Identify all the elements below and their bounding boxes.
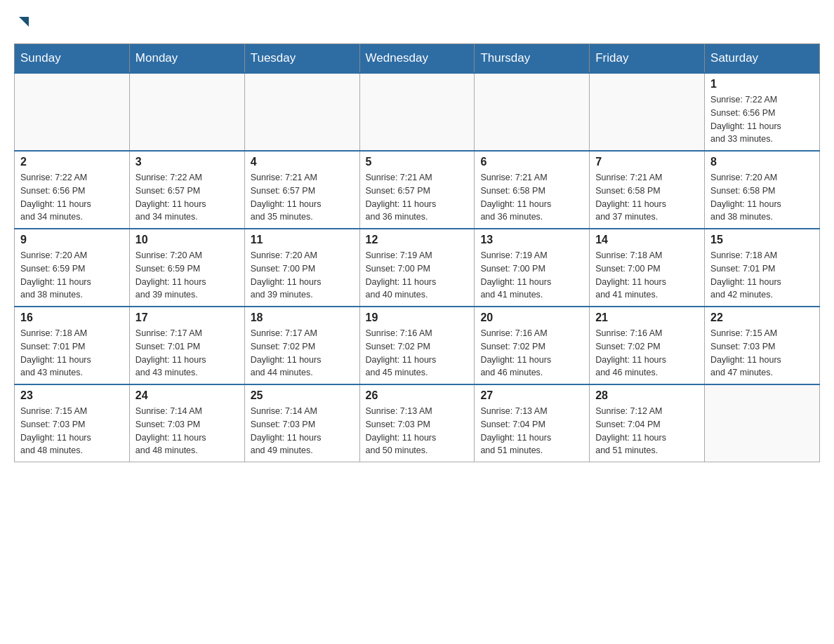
page-header (14, 14, 820, 32)
calendar-cell: 20Sunrise: 7:16 AM Sunset: 7:02 PM Dayli… (475, 307, 590, 384)
day-info: Sunrise: 7:21 AM Sunset: 6:57 PM Dayligh… (251, 171, 354, 224)
day-info: Sunrise: 7:22 AM Sunset: 6:56 PM Dayligh… (710, 93, 814, 146)
calendar-cell: 17Sunrise: 7:17 AM Sunset: 7:01 PM Dayli… (129, 307, 244, 384)
day-info: Sunrise: 7:18 AM Sunset: 7:01 PM Dayligh… (710, 249, 814, 302)
calendar-cell: 11Sunrise: 7:20 AM Sunset: 7:00 PM Dayli… (244, 229, 359, 307)
calendar-cell: 1Sunrise: 7:22 AM Sunset: 6:56 PM Daylig… (705, 73, 820, 151)
day-info: Sunrise: 7:20 AM Sunset: 6:59 PM Dayligh… (20, 249, 124, 302)
day-info: Sunrise: 7:14 AM Sunset: 7:03 PM Dayligh… (251, 405, 354, 457)
calendar-cell: 6Sunrise: 7:21 AM Sunset: 6:58 PM Daylig… (475, 151, 590, 229)
day-number: 2 (20, 156, 124, 168)
col-header-wednesday: Wednesday (359, 44, 475, 74)
calendar-cell: 27Sunrise: 7:13 AM Sunset: 7:04 PM Dayli… (475, 384, 590, 462)
day-info: Sunrise: 7:20 AM Sunset: 6:59 PM Dayligh… (135, 249, 239, 302)
calendar-header-row: SundayMondayTuesdayWednesdayThursdayFrid… (15, 44, 820, 74)
calendar-week-row: 2Sunrise: 7:22 AM Sunset: 6:56 PM Daylig… (15, 151, 820, 229)
calendar-cell (475, 73, 590, 151)
col-header-thursday: Thursday (475, 44, 590, 74)
day-number: 10 (135, 234, 239, 246)
calendar-cell (590, 73, 705, 151)
calendar-cell: 22Sunrise: 7:15 AM Sunset: 7:03 PM Dayli… (705, 307, 820, 384)
day-info: Sunrise: 7:21 AM Sunset: 6:58 PM Dayligh… (595, 171, 699, 224)
calendar-cell: 19Sunrise: 7:16 AM Sunset: 7:02 PM Dayli… (359, 307, 475, 384)
day-number: 6 (480, 156, 583, 168)
calendar-cell (705, 384, 820, 462)
day-info: Sunrise: 7:19 AM Sunset: 7:00 PM Dayligh… (366, 249, 469, 302)
day-info: Sunrise: 7:12 AM Sunset: 7:04 PM Dayligh… (595, 405, 699, 457)
calendar-cell: 2Sunrise: 7:22 AM Sunset: 6:56 PM Daylig… (15, 151, 130, 229)
calendar-cell: 16Sunrise: 7:18 AM Sunset: 7:01 PM Dayli… (15, 307, 130, 384)
calendar-cell: 21Sunrise: 7:16 AM Sunset: 7:02 PM Dayli… (590, 307, 705, 384)
calendar-week-row: 23Sunrise: 7:15 AM Sunset: 7:03 PM Dayli… (15, 384, 820, 462)
day-number: 14 (595, 234, 699, 246)
day-info: Sunrise: 7:14 AM Sunset: 7:03 PM Dayligh… (135, 405, 239, 457)
calendar-cell (15, 73, 130, 151)
col-header-saturday: Saturday (705, 44, 820, 74)
day-info: Sunrise: 7:19 AM Sunset: 7:00 PM Dayligh… (480, 249, 583, 302)
day-number: 11 (251, 234, 354, 246)
calendar-cell: 25Sunrise: 7:14 AM Sunset: 7:03 PM Dayli… (244, 384, 359, 462)
day-number: 13 (480, 234, 583, 246)
calendar-cell: 7Sunrise: 7:21 AM Sunset: 6:58 PM Daylig… (590, 151, 705, 229)
calendar-cell: 12Sunrise: 7:19 AM Sunset: 7:00 PM Dayli… (359, 229, 475, 307)
day-info: Sunrise: 7:16 AM Sunset: 7:02 PM Dayligh… (480, 327, 583, 380)
calendar-cell: 4Sunrise: 7:21 AM Sunset: 6:57 PM Daylig… (244, 151, 359, 229)
day-info: Sunrise: 7:21 AM Sunset: 6:58 PM Dayligh… (480, 171, 583, 224)
day-number: 28 (595, 389, 699, 402)
calendar-cell: 23Sunrise: 7:15 AM Sunset: 7:03 PM Dayli… (15, 384, 130, 462)
calendar-cell: 3Sunrise: 7:22 AM Sunset: 6:57 PM Daylig… (129, 151, 244, 229)
day-number: 20 (480, 311, 583, 324)
day-info: Sunrise: 7:18 AM Sunset: 7:01 PM Dayligh… (20, 327, 124, 380)
calendar-cell: 14Sunrise: 7:18 AM Sunset: 7:00 PM Dayli… (590, 229, 705, 307)
day-number: 23 (20, 389, 124, 402)
calendar-cell (244, 73, 359, 151)
day-number: 4 (251, 156, 354, 168)
day-number: 12 (366, 234, 469, 246)
day-info: Sunrise: 7:20 AM Sunset: 7:00 PM Dayligh… (251, 249, 354, 302)
calendar-cell: 5Sunrise: 7:21 AM Sunset: 6:57 PM Daylig… (359, 151, 475, 229)
day-info: Sunrise: 7:15 AM Sunset: 7:03 PM Dayligh… (710, 327, 814, 380)
day-number: 5 (366, 156, 469, 168)
day-info: Sunrise: 7:16 AM Sunset: 7:02 PM Dayligh… (366, 327, 469, 380)
calendar-cell: 26Sunrise: 7:13 AM Sunset: 7:03 PM Dayli… (359, 384, 475, 462)
day-number: 9 (20, 234, 124, 246)
day-number: 3 (135, 156, 239, 168)
calendar-cell: 10Sunrise: 7:20 AM Sunset: 6:59 PM Dayli… (129, 229, 244, 307)
day-number: 16 (20, 311, 124, 324)
calendar-week-row: 9Sunrise: 7:20 AM Sunset: 6:59 PM Daylig… (15, 229, 820, 307)
day-info: Sunrise: 7:22 AM Sunset: 6:56 PM Dayligh… (20, 171, 124, 224)
calendar-cell: 13Sunrise: 7:19 AM Sunset: 7:00 PM Dayli… (475, 229, 590, 307)
col-header-monday: Monday (129, 44, 244, 74)
day-number: 7 (595, 156, 699, 168)
day-info: Sunrise: 7:13 AM Sunset: 7:03 PM Dayligh… (366, 405, 469, 457)
calendar-cell: 24Sunrise: 7:14 AM Sunset: 7:03 PM Dayli… (129, 384, 244, 462)
calendar-cell: 28Sunrise: 7:12 AM Sunset: 7:04 PM Dayli… (590, 384, 705, 462)
day-number: 22 (710, 311, 814, 324)
logo (14, 14, 32, 32)
col-header-friday: Friday (590, 44, 705, 74)
day-info: Sunrise: 7:17 AM Sunset: 7:02 PM Dayligh… (251, 327, 354, 380)
day-info: Sunrise: 7:17 AM Sunset: 7:01 PM Dayligh… (135, 327, 239, 380)
day-number: 21 (595, 311, 699, 324)
day-info: Sunrise: 7:13 AM Sunset: 7:04 PM Dayligh… (480, 405, 583, 457)
day-number: 24 (135, 389, 239, 402)
col-header-tuesday: Tuesday (244, 44, 359, 74)
day-info: Sunrise: 7:16 AM Sunset: 7:02 PM Dayligh… (595, 327, 699, 380)
col-header-sunday: Sunday (15, 44, 130, 74)
calendar-cell (129, 73, 244, 151)
day-info: Sunrise: 7:20 AM Sunset: 6:58 PM Dayligh… (710, 171, 814, 224)
day-number: 19 (366, 311, 469, 324)
day-info: Sunrise: 7:15 AM Sunset: 7:03 PM Dayligh… (20, 405, 124, 457)
calendar-week-row: 1Sunrise: 7:22 AM Sunset: 6:56 PM Daylig… (15, 73, 820, 151)
calendar-cell: 9Sunrise: 7:20 AM Sunset: 6:59 PM Daylig… (15, 229, 130, 307)
calendar-cell: 8Sunrise: 7:20 AM Sunset: 6:58 PM Daylig… (705, 151, 820, 229)
calendar-cell: 15Sunrise: 7:18 AM Sunset: 7:01 PM Dayli… (705, 229, 820, 307)
day-number: 26 (366, 389, 469, 402)
svg-marker-0 (19, 17, 29, 27)
day-number: 27 (480, 389, 583, 402)
calendar-table: SundayMondayTuesdayWednesdayThursdayFrid… (14, 43, 820, 462)
calendar-cell (359, 73, 475, 151)
day-number: 1 (710, 78, 814, 90)
day-number: 17 (135, 311, 239, 324)
logo-arrow-icon (16, 14, 32, 29)
